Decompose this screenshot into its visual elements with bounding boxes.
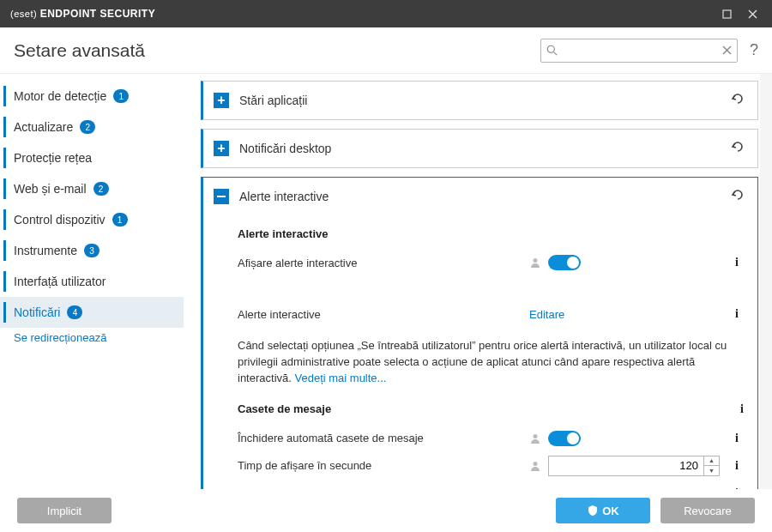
sidebar: Motor de detecție1 Actualizare2 Protecți… (0, 74, 184, 489)
user-icon (529, 432, 541, 444)
expand-icon: + (214, 141, 229, 156)
search-input[interactable] (563, 44, 717, 57)
help-button[interactable]: ? (750, 41, 758, 59)
info-icon[interactable]: i (727, 432, 747, 445)
undo-icon[interactable] (730, 92, 747, 109)
sidebar-item-ui[interactable]: Interfață utilizator (0, 266, 184, 297)
window-maximize-button[interactable] (714, 0, 739, 27)
toggle-autoclose-boxes[interactable] (548, 431, 581, 446)
edit-interactive-alerts-link[interactable]: Editare (529, 308, 564, 321)
sidebar-item-tools[interactable]: Instrumente3 (0, 235, 184, 266)
stepper-up[interactable]: ▲ (704, 456, 719, 466)
toggle-show-interactive-alerts[interactable] (548, 255, 581, 270)
search-icon (546, 45, 558, 56)
ok-button[interactable]: OK (556, 498, 650, 523)
user-icon (529, 257, 541, 269)
label-show-interactive-alerts: Afișare alerte interactive (238, 257, 529, 269)
section-desktop-notifications: + Notificări desktop (201, 129, 758, 168)
scrollbar[interactable] (760, 74, 772, 489)
sidebar-item-device-control[interactable]: Control dispozitiv1 (0, 204, 184, 235)
section-desktop-notifications-header[interactable]: + Notificări desktop (203, 130, 757, 167)
info-icon[interactable]: i (727, 307, 747, 321)
page-title: Setare avansată (14, 40, 145, 61)
section-app-statuses: + Stări aplicații (201, 81, 758, 120)
svg-point-9 (534, 462, 538, 466)
sidebar-item-web-email[interactable]: Web și e-mail2 (0, 173, 184, 204)
sidebar-item-detection-engine[interactable]: Motor de detecție1 (0, 81, 184, 112)
info-icon[interactable]: i (727, 256, 747, 269)
collapse-icon (214, 189, 229, 204)
see-more-link[interactable]: Vedeți mai multe... (294, 372, 386, 384)
info-icon[interactable]: i (740, 402, 744, 416)
display-time-input[interactable] (549, 459, 703, 472)
default-button[interactable]: Implicit (17, 498, 112, 523)
sidebar-sub-forwarding[interactable]: Se redirecționează (0, 328, 184, 348)
svg-point-7 (534, 258, 538, 263)
display-time-stepper[interactable]: ▲▼ (548, 456, 720, 476)
sidebar-item-update[interactable]: Actualizare2 (0, 112, 184, 142)
section-app-statuses-header[interactable]: + Stări aplicații (203, 82, 757, 119)
group-title-message-boxes: Casete de mesaje (238, 402, 331, 415)
main-content: + Stări aplicații + Notificări desktop A… (184, 74, 760, 489)
undo-icon[interactable] (730, 188, 747, 205)
shield-icon (587, 505, 599, 517)
undo-icon[interactable] (730, 140, 747, 157)
section-interactive-alerts-header[interactable]: Alerte interactive (203, 178, 757, 215)
user-icon (529, 460, 541, 472)
search-box[interactable] (540, 39, 738, 63)
svg-point-3 (547, 45, 554, 52)
stepper-down[interactable]: ▼ (704, 466, 719, 475)
app-brand: (eset) ENDPOINT SECURITY (10, 8, 155, 20)
svg-line-4 (554, 52, 558, 56)
label-autoclose-boxes: Închidere automată casete de mesaje (238, 432, 529, 444)
info-icon[interactable]: i (727, 459, 747, 473)
group-title-interactive-alerts: Alerte interactive (238, 227, 747, 240)
interactive-alerts-description: Când selectați opțiunea „Se întreabă uti… (238, 338, 747, 387)
sidebar-item-network-protection[interactable]: Protecție rețea (0, 142, 184, 173)
svg-point-8 (534, 434, 538, 438)
clear-search-icon[interactable] (722, 45, 732, 55)
cancel-button[interactable]: Revocare (660, 498, 755, 523)
section-interactive-alerts: Alerte interactive Alerte interactive Af… (201, 177, 758, 489)
window-close-button[interactable] (739, 0, 765, 27)
label-interactive-alerts-list: Alerte interactive (238, 308, 529, 321)
expand-icon: + (214, 93, 229, 108)
label-display-time: Timp de afișare în secunde (238, 459, 529, 472)
svg-rect-0 (723, 10, 731, 18)
sidebar-item-notifications[interactable]: Notificări4 (0, 297, 184, 328)
